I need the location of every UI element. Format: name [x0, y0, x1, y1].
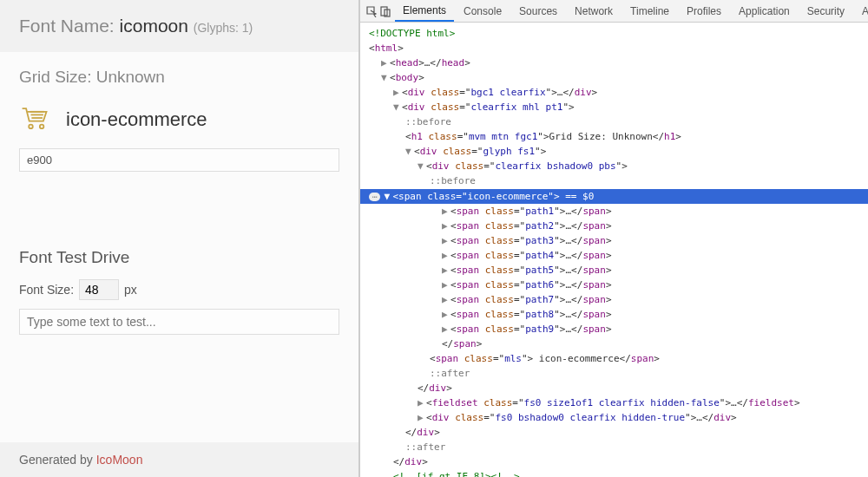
svg-point-1 — [40, 125, 44, 129]
tree-row[interactable]: ▶<fieldset class="fs0 size1of1 clearfix … — [369, 395, 868, 410]
tree-row[interactable]: <span class="mls"> icon-ecommerce</span> — [369, 351, 868, 366]
tree-row[interactable]: ▶<span class="path7">…</span> — [369, 292, 868, 307]
tab-audits[interactable]: Audits — [854, 2, 868, 21]
icon-name-label: icon-ecommerce — [66, 108, 207, 131]
tab-timeline[interactable]: Timeline — [622, 2, 677, 21]
generated-by-label: Generated by — [19, 453, 96, 467]
tree-row[interactable]: ▼<div class="clearfix bshadow0 pbs"> — [369, 159, 868, 173]
glyph-code-input[interactable] — [19, 148, 339, 172]
tree-row[interactable]: <html> — [369, 41, 868, 56]
font-name-label: Font Name: — [19, 16, 120, 36]
tree-row-selected[interactable]: ⋯▼<span class="icon-ecommerce"> == $0 — [360, 189, 868, 204]
font-name-line: Font Name: icomoon (Glyphs: 1) — [19, 16, 339, 36]
svg-point-0 — [29, 125, 33, 129]
tree-row[interactable]: ▶<span class="path2">…</span> — [369, 219, 868, 233]
tab-profiles[interactable]: Profiles — [679, 2, 729, 21]
tab-sources[interactable]: Sources — [511, 2, 565, 21]
tree-row[interactable]: </div> — [369, 454, 868, 469]
tree-row[interactable]: ::after — [369, 440, 868, 454]
grid-size-label: Grid Size: Unknown — [19, 68, 339, 87]
test-text-input[interactable] — [19, 309, 339, 335]
tree-row[interactable]: ▶<head>…</head> — [369, 56, 868, 70]
tab-network[interactable]: Network — [567, 2, 621, 21]
tree-row[interactable]: <!DOCTYPE html> — [369, 26, 868, 41]
font-size-input[interactable] — [79, 279, 119, 300]
tab-console[interactable]: Console — [456, 2, 510, 21]
footer: Generated by IcoMoon — [0, 442, 358, 477]
tree-row[interactable]: ▶<div class="fs0 bshadow0 clearfix hidde… — [369, 410, 868, 425]
tree-row[interactable]: ▼<div class="clearfix mhl pt1"> — [369, 100, 868, 114]
devtools-toolbar: Elements Console Sources Network Timelin… — [360, 0, 868, 23]
test-drive-title: Font Test Drive — [19, 248, 339, 267]
tree-row[interactable]: ::before — [369, 114, 868, 129]
tree-row[interactable]: ::before — [369, 173, 868, 188]
devtools-panel: Elements Console Sources Network Timelin… — [360, 0, 868, 477]
tree-row[interactable]: ▶<span class="path5">…</span> — [369, 263, 868, 278]
glyphs-count: (Glyphs: 1) — [194, 21, 253, 35]
tree-row[interactable]: <h1 class="mvm mtn fgc1">Grid Size: Unkn… — [369, 129, 868, 144]
icomoon-demo-panel: Font Name: icomoon (Glyphs: 1) Grid Size… — [0, 0, 360, 477]
tree-row[interactable]: ▶<span class="path6">…</span> — [369, 278, 868, 292]
font-size-unit: px — [124, 283, 137, 297]
tree-row[interactable]: ▶<span class="path9">…</span> — [369, 322, 868, 337]
tree-row[interactable]: </div> — [369, 381, 868, 395]
font-size-row: Font Size: px — [19, 279, 339, 300]
tree-row[interactable]: ▶<div class="bgc1 clearfix">…</div> — [369, 85, 868, 100]
device-toggle-icon[interactable] — [379, 2, 391, 21]
tab-security[interactable]: Security — [799, 2, 852, 21]
inspect-icon[interactable] — [365, 2, 378, 21]
tree-row[interactable]: </div> — [369, 425, 868, 440]
tree-row[interactable]: ▶<span class="path8">…</span> — [369, 307, 868, 322]
main-section: Grid Size: Unknown icon-ecommerce Font T… — [0, 52, 358, 350]
tree-row[interactable]: ▶<span class="path4">…</span> — [369, 248, 868, 263]
tree-row[interactable]: ▼<div class="glyph fs1"> — [369, 144, 868, 159]
font-name-value: icomoon — [120, 16, 188, 36]
cart-icon — [19, 102, 50, 136]
header-section: Font Name: icomoon (Glyphs: 1) — [0, 0, 358, 52]
icon-row: icon-ecommerce — [19, 102, 339, 136]
tab-application[interactable]: Application — [731, 2, 798, 21]
tab-elements[interactable]: Elements — [395, 1, 454, 22]
tree-row[interactable]: ▶<span class="path3">…</span> — [369, 233, 868, 248]
elements-tree[interactable]: <!DOCTYPE html> <html> ▶<head>…</head> ▼… — [360, 23, 868, 477]
tree-row[interactable]: ::after — [369, 366, 868, 381]
font-size-label: Font Size: — [19, 283, 74, 297]
icomoon-link[interactable]: IcoMoon — [96, 453, 143, 467]
tree-row[interactable]: <!--[if gt IE 8]><!--> — [369, 469, 868, 477]
tree-row[interactable]: ▼<body> — [369, 70, 868, 85]
tree-row[interactable]: ▶<span class="path1">…</span> — [369, 204, 868, 219]
tree-row[interactable]: </span> — [369, 337, 868, 351]
